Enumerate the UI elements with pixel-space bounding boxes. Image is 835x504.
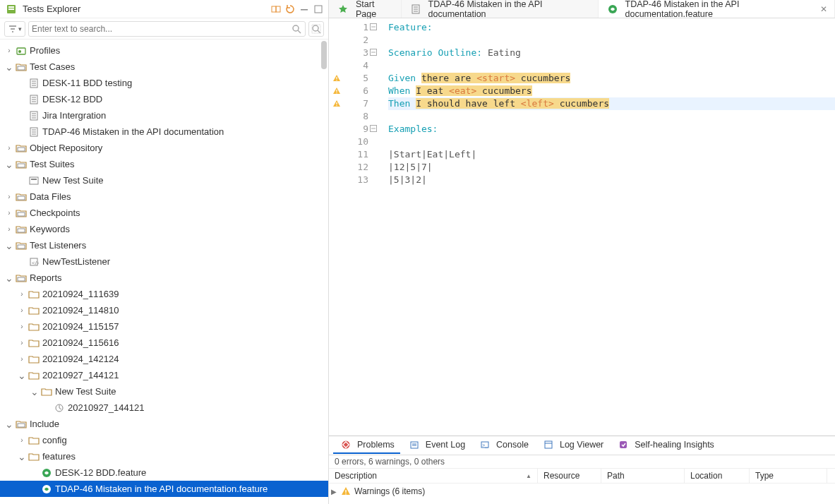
chevron-right-icon[interactable]: › [17,339,27,347]
chevron-right-icon[interactable]: › [4,225,14,233]
table-column-header[interactable]: Path [601,469,685,483]
tree-item[interactable]: ⌄20210927_144121 [0,367,328,383]
tree-item[interactable]: DESK-12 BDD [0,91,328,107]
code-line[interactable]: |5|3|2| [388,174,835,186]
tree-item[interactable]: ›20210924_111639 [0,286,328,302]
editor-tab[interactable]: TDAP-46 Mistaken in the API documentatio… [599,0,836,18]
chevron-right-icon[interactable]: › [4,209,14,217]
bottom-tab[interactable]: Problems [333,437,400,454]
tree-item[interactable]: ›Data Files [0,188,328,205]
problems-group-row[interactable]: ▶ Warnings (6 items) [329,484,835,499]
chevron-down-icon[interactable]: ⌄ [17,370,27,381]
code-line[interactable]: Examples: [388,123,835,136]
line-number: 8 [344,110,368,123]
search-input[interactable] [32,24,291,34]
search-scope-button[interactable] [308,21,324,37]
chevron-right-icon[interactable]: › [4,47,14,54]
chevron-down-icon[interactable]: ⌄ [4,159,14,170]
tree-item[interactable]: TDAP-46 Mistaken in the API documentatio… [0,481,328,497]
chevron-right-icon[interactable]: › [17,323,27,330]
close-icon[interactable]: ✕ [820,4,827,14]
code-line[interactable] [388,110,835,123]
code-line[interactable]: |12|5|7| [388,161,835,174]
fold-icon[interactable] [370,23,377,30]
chevron-down-icon[interactable]: ⌄ [4,272,14,284]
chevron-right-icon[interactable]: › [17,306,27,314]
tree-item[interactable]: 20210927_144121 [0,400,328,416]
editor-tab[interactable]: TDAP-46 Mistaken in the API documentatio… [402,0,599,18]
bottom-tab[interactable]: Log Viewer [536,437,609,454]
bottom-tab[interactable]: Self-healing Insights [611,437,720,454]
tree-item[interactable]: DESK-12 BDD.feature [0,464,328,481]
code-line[interactable] [388,136,835,148]
bottom-tab[interactable]: >_Console [472,437,534,454]
explorer-tree[interactable]: ›Profiles⌄Test CasesDESK-11 BDD testingD… [0,40,328,504]
sort-asc-icon: ▲ [526,473,531,479]
tree-item[interactable]: ›Profiles [0,42,328,59]
tree-item[interactable]: ›Keywords [0,221,328,237]
chevron-right-icon[interactable]: › [17,436,27,444]
code-line[interactable]: Given there are <start> cucumbers [388,72,835,85]
fold-icon[interactable] [370,49,377,56]
chevron-down-icon[interactable]: ⌄ [4,240,14,251]
chevron-right-icon[interactable]: › [17,290,27,298]
link-editor-icon[interactable] [270,4,282,15]
chevron-down-icon[interactable]: ⌄ [4,61,14,73]
tree-item[interactable]: TDAP-46 Mistaken in the API documentatio… [0,124,328,140]
tree-item[interactable]: ⌄New Test Suite [0,383,328,400]
maximize-icon[interactable] [313,4,324,15]
tree-item[interactable]: ⌄Include [0,416,328,432]
report-icon [54,402,65,414]
code-line[interactable]: Feature: [388,21,835,34]
tree-item[interactable]: New Test Suite [0,172,328,188]
search-icon[interactable] [291,23,302,35]
tree-item[interactable]: ›config [0,432,328,448]
editor-code[interactable]: Feature:Scenario Outline: EatingGiven th… [371,18,835,436]
scrollbar-thumb[interactable] [321,41,327,69]
tree-item[interactable]: DESK-11 BDD testing [0,75,328,91]
tree-item[interactable]: ›20210924_142124 [0,351,328,367]
tree-item[interactable]: ›20210924_115157 [0,318,328,335]
tree-item[interactable]: </>NewTestListener [0,253,328,270]
tree-item[interactable]: ⌄Test Cases [0,59,328,75]
sync-icon[interactable] [284,4,296,15]
tree-item[interactable]: ⌄Test Listeners [0,237,328,253]
table-column-header[interactable]: Type [750,469,827,483]
code-editor[interactable]: 12345678910111213 Feature:Scenario Outli… [329,18,835,436]
tree-item[interactable]: ›Object Repository [0,140,328,156]
tree-item[interactable]: ›Checkpoints [0,205,328,221]
table-column-header[interactable]: Description▲ [329,469,538,483]
code-line[interactable]: Scenario Outline: Eating [388,47,835,59]
fold-icon[interactable] [370,125,377,132]
tree-item[interactable]: ⌄Reports [0,270,328,286]
tree-item[interactable]: ›20210924_114810 [0,302,328,318]
chevron-right-icon[interactable]: › [4,144,14,152]
code-line[interactable] [388,34,835,47]
table-column-header[interactable]: Location [685,469,750,483]
tree-item-label: Reports [30,272,62,283]
chevron-down-icon[interactable]: ⌄ [4,419,14,430]
code-line[interactable] [388,59,835,72]
warning-icon[interactable] [329,72,344,85]
tree-item[interactable]: ⌄Test Suites [0,156,328,172]
code-line[interactable]: |Start|Eat|Left| [388,148,835,161]
minimize-icon[interactable] [299,4,310,15]
tree-item[interactable]: ›20210924_115616 [0,335,328,351]
code-line[interactable]: Then I should have left <left> cucumbers [388,97,835,110]
warning-icon[interactable] [329,85,344,97]
chevron-down-icon[interactable]: ⌄ [17,451,27,462]
editor-tab[interactable]: Start Page [329,0,402,18]
table-column-header[interactable]: Resource [538,469,601,483]
tree-item[interactable]: ⌄features [0,448,328,464]
filter-dropdown[interactable]: ▾ [4,21,25,37]
folder-icon [28,337,40,349]
chevron-down-icon[interactable]: ⌄ [30,386,40,397]
bottom-tab[interactable]: Event Log [402,437,471,454]
tree-item[interactable]: Jira Intergration [0,107,328,124]
chevron-right-icon[interactable]: › [17,355,27,363]
code-line[interactable]: When I eat <eat> cucumbers [388,85,835,97]
tree-item-label: DESK-12 BDD [42,94,102,104]
chevron-right-icon[interactable]: › [4,193,14,200]
folder-icon [28,451,40,462]
warning-icon[interactable] [329,97,344,110]
